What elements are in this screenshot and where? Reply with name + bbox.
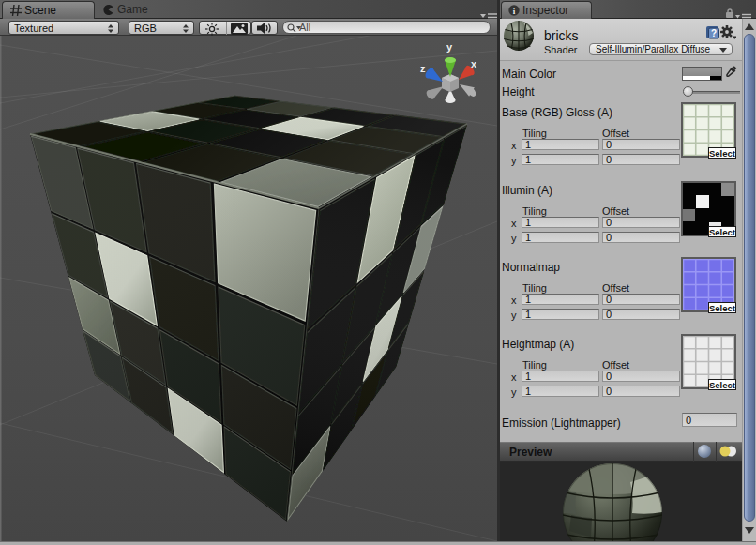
svg-text:x: x (471, 58, 477, 69)
svg-text:z: z (420, 63, 426, 74)
svg-text:y: y (446, 41, 453, 53)
svg-text:?: ? (711, 28, 717, 38)
